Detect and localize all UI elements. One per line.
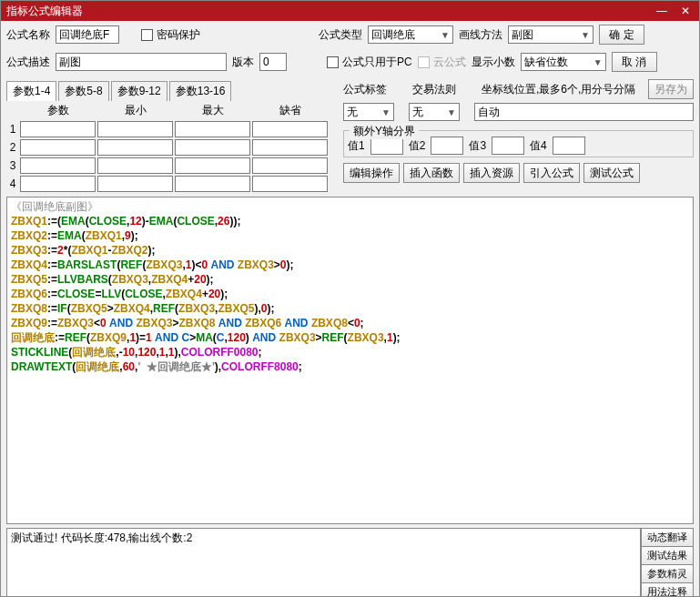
chevron-down-icon: ▼ [581, 30, 590, 40]
type-label: 公式类型 [319, 27, 362, 43]
param-cell[interactable] [175, 121, 250, 137]
code-line: ZBXQ5:=LLVBARS(ZBXQ3,ZBXQ4+20); [11, 273, 214, 286]
row-num: 3 [6, 157, 19, 175]
checkbox-icon [327, 56, 339, 68]
side-buttons: 动态翻译 测试结果 参数精灵 用法注释 [641, 528, 694, 597]
cloud-checkbox: 云公式 [418, 55, 466, 70]
param-cell[interactable] [252, 121, 328, 137]
yaxis-legend: 额外Y轴分界 [350, 124, 419, 139]
param-cell[interactable] [97, 139, 173, 156]
cloud-label: 云公式 [433, 55, 466, 70]
pconly-checkbox[interactable]: 公式只用于PC [327, 55, 412, 70]
cancel-button[interactable]: 取 消 [612, 52, 657, 72]
insert-res-button[interactable]: 插入资源 [463, 163, 520, 183]
v2-input[interactable] [431, 137, 463, 155]
tag-select[interactable]: 无▼ [343, 103, 394, 121]
code-line: ZBXQ4:=BARSLAST(REF(ZBXQ3,1)<0 AND ZBXQ3… [11, 258, 294, 271]
desc-label: 公式描述 [6, 55, 50, 70]
chevron-down-icon: ▼ [441, 30, 450, 40]
ok-button[interactable]: 确 定 [599, 25, 644, 45]
decimal-select[interactable]: 缺省位数▼ [521, 53, 606, 71]
saveas-button[interactable]: 另存为 [648, 79, 694, 99]
v1-input[interactable] [370, 137, 403, 155]
name-label: 公式名称 [6, 27, 50, 43]
code-line: 回调绝底:=REF(ZBXQ9,1)=1 AND C>MA(C,120) AND… [11, 331, 401, 344]
col-min: 最小 [96, 101, 174, 120]
code-line: ZBXQ1:=(EMA(CLOSE,12)-EMA(CLOSE,26)); [11, 215, 240, 228]
upper-panel: 参数1-4 参数5-8 参数9-12 参数13-16 参数最小最大缺省 1 2 … [1, 76, 699, 193]
decimal-label: 显示小数 [472, 55, 515, 70]
col-max: 最大 [174, 101, 251, 120]
draw-label: 画线方法 [459, 27, 502, 43]
tab-params-9-12[interactable]: 参数9-12 [111, 81, 167, 101]
col-default: 缺省 [251, 101, 329, 120]
window-title: 指标公式编辑器 [6, 4, 654, 19]
chevron-down-icon: ▼ [593, 57, 603, 67]
edit-ops-button[interactable]: 编辑操作 [343, 163, 400, 183]
param-cell[interactable] [20, 121, 96, 137]
bottom-panel: 测试通过! 代码长度:478,输出线个数:2 动态翻译 测试结果 参数精灵 用法… [6, 528, 694, 597]
draw-select[interactable]: 副图▼ [508, 25, 593, 44]
close-icon[interactable]: ✕ [677, 3, 694, 19]
status-output: 测试通过! 代码长度:478,输出线个数:2 [6, 528, 641, 597]
tab-params-13-16[interactable]: 参数13-16 [169, 81, 232, 101]
password-label: 密码保护 [157, 27, 200, 43]
row-num: 2 [6, 138, 19, 157]
import-formula-button[interactable]: 引入公式 [523, 163, 580, 183]
titlebar: 指标公式编辑器 — ✕ [1, 1, 699, 21]
trade-label: 交易法则 [412, 82, 463, 97]
coord-label: 坐标线位置,最多6个,用分号分隔 [482, 82, 635, 97]
param-cell[interactable] [20, 139, 96, 156]
test-formula-button[interactable]: 测试公式 [583, 163, 640, 183]
v2-label: 值2 [409, 138, 426, 154]
code-header: 《回调绝底副图》 [11, 200, 98, 213]
code-line: DRAWTEXT(回调绝底,60,' ★回调绝底★'),COLORFF8080; [11, 360, 302, 373]
param-cell[interactable] [97, 176, 173, 192]
insert-fn-button[interactable]: 插入函数 [403, 163, 460, 183]
v1-label: 值1 [348, 138, 365, 154]
type-select[interactable]: 回调绝底▼ [368, 25, 453, 44]
v4-input[interactable] [553, 137, 585, 155]
tab-params-5-8[interactable]: 参数5-8 [58, 81, 108, 101]
code-editor[interactable]: 《回调绝底副图》 ZBXQ1:=(EMA(CLOSE,12)-EMA(CLOSE… [6, 197, 694, 524]
code-line: ZBXQ6:=CLOSE=LLV(CLOSE,ZBXQ4+20); [11, 288, 228, 300]
param-cell[interactable] [252, 157, 328, 174]
param-cell[interactable] [252, 139, 328, 156]
row-num: 1 [6, 120, 19, 138]
version-input[interactable] [259, 53, 287, 71]
yaxis-group: 额外Y轴分界 值1 值2 值3 值4 [343, 130, 694, 157]
param-cell[interactable] [252, 176, 328, 192]
dyn-translate-button[interactable]: 动态翻译 [641, 528, 694, 546]
param-cell[interactable] [20, 157, 96, 174]
param-wizard-button[interactable]: 参数精灵 [641, 564, 694, 582]
v3-input[interactable] [492, 137, 524, 155]
chevron-down-icon: ▼ [447, 107, 456, 117]
code-line: STICKLINE(回调绝底,-10,120,1,1),COLORFF0080; [11, 346, 262, 359]
name-input[interactable] [56, 25, 119, 44]
desc-input[interactable] [56, 53, 227, 71]
chevron-down-icon: ▼ [381, 107, 391, 117]
param-panel: 参数1-4 参数5-8 参数9-12 参数13-16 参数最小最大缺省 1 2 … [1, 76, 338, 193]
param-cell[interactable] [175, 157, 250, 174]
trade-select[interactable]: 无▼ [409, 103, 460, 121]
param-grid: 参数最小最大缺省 1 2 3 4 [6, 101, 329, 193]
checkbox-icon [141, 29, 153, 41]
param-cell[interactable] [175, 139, 250, 156]
password-checkbox[interactable]: 密码保护 [141, 27, 200, 43]
minimize-icon[interactable]: — [654, 3, 670, 19]
param-cell[interactable] [175, 176, 250, 192]
test-result-button[interactable]: 测试结果 [641, 546, 694, 564]
action-buttons: 编辑操作 插入函数 插入资源 引入公式 测试公式 [343, 163, 694, 183]
usage-note-button[interactable]: 用法注释 [641, 582, 694, 597]
v4-label: 值4 [530, 138, 547, 154]
param-cell[interactable] [97, 121, 173, 137]
coord-input[interactable] [474, 103, 694, 121]
param-cell[interactable] [20, 176, 96, 192]
code-line: ZBXQ3:=2*(ZBXQ1-ZBXQ2); [11, 244, 155, 257]
code-line: ZBXQ9:=ZBXQ3<0 AND ZBXQ3>ZBXQ8 AND ZBXQ6… [11, 317, 364, 329]
code-line: ZBXQ8:=IF(ZBXQ5>ZBXQ4,REF(ZBXQ3,ZBXQ5),0… [11, 302, 275, 315]
row-num: 4 [6, 175, 19, 193]
tab-params-1-4[interactable]: 参数1-4 [6, 81, 56, 101]
right-panel: 公式标签 交易法则 坐标线位置,最多6个,用分号分隔 另存为 无▼ 无▼ 额外Y… [338, 76, 699, 193]
param-cell[interactable] [97, 157, 173, 174]
